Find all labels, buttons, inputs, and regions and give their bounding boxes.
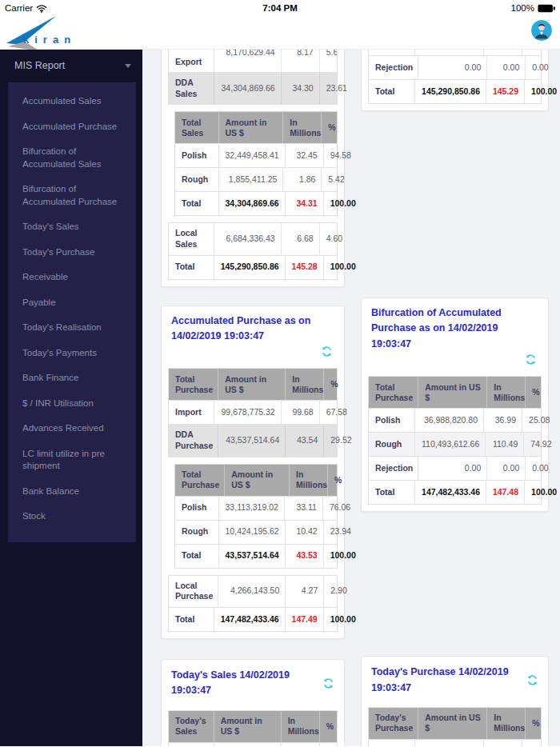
refresh-icon[interactable] (526, 674, 538, 686)
refresh-icon[interactable] (371, 352, 538, 368)
table-header-row: Today's PurchaseAmount in US $In Million… (369, 708, 541, 740)
card-today-sales: Today's Sales 14/02/2019 19:03:47 Today'… (161, 659, 345, 746)
cell-value: 100.00 (525, 481, 560, 504)
cell-value: 33,113,319.02 (219, 497, 285, 520)
cell-value: 0.00 (526, 457, 554, 480)
column-header: In Millions (290, 465, 328, 496)
sidebar-item[interactable]: Bifurcation of Accumulated Sales (8, 139, 136, 177)
cell-value: 94.58 (324, 144, 357, 167)
row-label: Polish (369, 409, 415, 432)
cell-value: 6.68 (282, 223, 320, 254)
row-label: Export (169, 50, 214, 72)
table-row: Polish36,988,820.8036.9925.08 (369, 409, 541, 433)
table-row: DDA Sales34,304,869.6634.3023.61 (169, 73, 337, 105)
cell-value: 25.08 (522, 409, 555, 432)
row-label: Total (169, 256, 214, 279)
cell-value: 100.00 (324, 192, 362, 215)
card-title-text: Bifurcation of Accumulated Purchase as o… (371, 306, 538, 352)
column-header: Amount in US $ (219, 112, 284, 143)
sidebar-item[interactable]: Accumulated Sales (8, 89, 136, 114)
row-label: Polish (175, 144, 219, 167)
cell-value: 74.92 (524, 433, 557, 456)
sidebar-item[interactable]: LC limit utilize in pre shipment (8, 441, 136, 479)
cell-value: 34.30 (282, 73, 320, 104)
cell-value: 34,304,869.66 (214, 73, 282, 104)
sidebar-item[interactable]: Today's Purchase (8, 240, 136, 266)
column-header: Amount in US $ (214, 711, 282, 742)
table-row: Import99,678,775.3299.6867.58 (169, 401, 337, 425)
cell-value: 43,537,514.64 (218, 425, 286, 456)
row-label: Rough (369, 433, 415, 456)
column-header: In Millions (487, 377, 526, 408)
status-time: 7:04 PM (0, 3, 560, 13)
sidebar-item[interactable]: Today's Payments (8, 341, 136, 366)
sidebar-item[interactable]: Bank Finance (8, 366, 136, 391)
table-row: Export8,170,629.448.175.62 (169, 50, 337, 73)
table-row: Total145,290,850.86145.29100.00 (369, 80, 541, 104)
row-label: Rough (175, 168, 219, 191)
sidebar-item[interactable]: Advances Received (8, 416, 136, 441)
user-avatar[interactable] (531, 20, 552, 41)
cell-value: 32,449,458.41 (219, 144, 286, 167)
cell-value (415, 50, 484, 55)
sidebar-item-mis-report[interactable]: MIS Report (0, 50, 142, 79)
cell-value: 147.49 (286, 608, 324, 631)
card-bifurcation-accumulated-sales: Rejection0.000.000.00Total145,290,850.86… (361, 50, 549, 111)
accumulated-purchase-nested-table: Total PurchaseAmount in US $In Millions%… (174, 464, 338, 569)
refresh-icon[interactable] (322, 677, 334, 689)
card-title: Accumulated Purchase as on 14/02/2019 19… (162, 306, 344, 364)
row-label: Export (169, 743, 214, 746)
row-label: Rejection (369, 457, 418, 480)
sidebar-item[interactable]: Accumulated Purchase (8, 114, 136, 140)
column-header: % (526, 377, 544, 408)
cell-value: 0.00 (418, 56, 487, 79)
card-title: Today's Sales 14/02/2019 19:03:47 (162, 660, 344, 705)
card-title-text: Today's Purchase 14/02/2019 19:03:47 (371, 665, 526, 696)
sidebar-item[interactable]: Payable (8, 290, 136, 316)
cell-value: 145,290,850.86 (214, 256, 286, 279)
cell-value: 145.29 (486, 80, 525, 103)
cell-value: 36.99 (484, 409, 522, 432)
card-title: Bifurcation of Accumulated Purchase as o… (362, 298, 548, 371)
table-row: Rough110,493,612.66110.4974.92 (369, 433, 541, 457)
sidebar-item[interactable]: Bifurcation of Accumulated Purchase (8, 177, 136, 214)
row-label: Local Sales (169, 223, 214, 254)
table-row: DDA Purchase43,537,514.6443.5429.52 (169, 425, 337, 457)
row-label: Total (369, 481, 415, 504)
cell-value: 0.00 (320, 743, 348, 746)
cell-value: 147.48 (486, 481, 525, 504)
chevron-down-icon (125, 64, 131, 68)
row-label (369, 50, 415, 55)
cell-value: 145,290,850.86 (415, 80, 486, 103)
accumulated-sales-nested-table: Total SalesAmount in US $In Millions% Po… (174, 111, 338, 216)
cell-value: 76.06 (323, 497, 356, 520)
sidebar-item[interactable]: Today's Realisation (8, 315, 136, 341)
row-label: Import (369, 740, 415, 746)
row-label: Import (169, 401, 214, 424)
refresh-icon[interactable] (171, 344, 334, 360)
cell-value: 10,424,195.62 (219, 521, 286, 544)
cell-value: 147,482,433.46 (214, 608, 286, 631)
cell-value: 0.00 (526, 56, 554, 79)
sidebar-item[interactable]: Receivable (8, 265, 136, 290)
cell-value: 43.54 (286, 425, 324, 456)
cell-value: 100.00 (324, 545, 362, 568)
sidebar-item[interactable]: Bank Balance (8, 479, 136, 505)
kiran-logo: kiran (6, 16, 106, 53)
sidebar-item[interactable]: Today's Sales (8, 214, 136, 240)
cell-value: 29.52 (324, 425, 357, 456)
row-label: Local Purchase (169, 576, 218, 607)
cell-value: 5.42 (322, 168, 350, 191)
table-row: Local Sales6,684,336.436.684.60 (169, 223, 337, 255)
cell-value: 23.94 (324, 521, 357, 544)
cell-value: 100.00 (324, 256, 362, 279)
column-header: Amount in US $ (218, 369, 286, 400)
card-title-text: Today's Sales 14/02/2019 19:03:47 (171, 668, 322, 699)
sidebar-item[interactable]: $ / INR Utilisation (8, 391, 136, 417)
cell-value: 110.49 (486, 433, 524, 456)
column-header: % (526, 708, 544, 739)
cell-value: 4,266,143.50 (218, 576, 286, 607)
battery-icon (538, 4, 555, 13)
sidebar-item[interactable]: Stock (8, 504, 136, 529)
cell-value: 1.86 (283, 168, 322, 191)
